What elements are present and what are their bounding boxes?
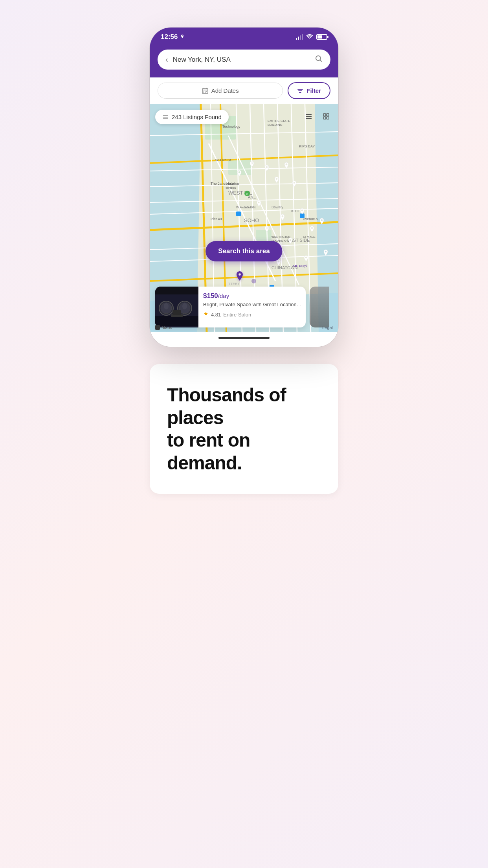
svg-rect-77 [327,114,329,116]
add-dates-label: Add Dates [211,87,239,94]
battery-icon [316,34,327,40]
signal-bar-1 [296,38,297,40]
price-value: $150 [203,292,218,300]
tagline-line2: to rent on demand. [167,430,250,473]
svg-text:WASHINGTON: WASHINGTON [272,235,290,238]
maps-credit: Maps [155,325,172,330]
property-name: Bright, Private Space with Great Locatio… [203,302,301,308]
grid-view-button[interactable] [319,110,333,123]
svg-text:Pier 40: Pier 40 [211,217,222,221]
svg-text:P: P [246,193,248,195]
property-price: $150/day [203,292,301,300]
svg-rect-2 [204,91,204,92]
svg-text:Mr. Purpl: Mr. Purpl [293,264,307,268]
svg-text:Avenue A: Avenue A [303,217,318,221]
rating-value: 4.81 [211,312,221,318]
svg-rect-6 [205,92,205,93]
svg-rect-10 [256,230,272,242]
list-icon [162,114,169,120]
rating-icon [203,311,209,318]
time-display: 12:56 [161,33,178,41]
property-card-container: $150/day Bright, Private Space with Grea… [150,282,338,332]
svg-text:KIPS BAY: KIPS BAY [299,144,315,148]
svg-text:SOHO: SOHO [244,217,259,223]
search-location-text: New York, NY, USA [173,56,310,64]
svg-rect-88 [155,316,198,326]
svg-point-84 [164,303,169,309]
calendar-icon [202,88,208,94]
phone-frame: 12:56 [150,28,338,347]
signal-bars [296,34,303,40]
search-this-area-button[interactable]: Search this area [205,241,282,261]
svg-rect-78 [323,117,326,119]
svg-text:●: ● [239,274,240,276]
home-bar [218,337,270,339]
bottom-text-section: Thousands of places to rent on demand. [150,364,338,494]
search-area-bg: ‹ New York, NY, USA [150,46,338,77]
svg-rect-4 [206,91,207,92]
svg-text:EMPIRE STATE: EMPIRE STATE [268,119,290,123]
status-time: 12:56 [161,33,185,41]
svg-point-87 [182,303,187,309]
svg-rect-3 [205,91,205,92]
svg-text:SoHo: SoHo [244,205,253,209]
map-view-toggles [302,110,333,123]
tagline-line1: Thousands of places [167,384,286,428]
filter-label: Filter [306,87,321,94]
svg-text:Technology: Technology [222,125,240,129]
add-dates-button[interactable]: Add Dates [158,83,283,99]
svg-text:W 14th St: W 14th St [215,158,231,162]
search-bar[interactable]: ‹ New York, NY, USA [158,50,330,70]
filter-bar: Add Dates Filter [150,77,338,104]
property-type: Entire Salon [223,312,251,318]
svg-rect-76 [323,114,326,116]
listings-badge: 243 Listings Found [155,110,229,124]
status-bar: 12:56 [150,28,338,46]
svg-text:Little Island: Little Island [226,182,240,185]
maps-label: Maps [161,325,172,330]
map-container[interactable]: WEST VIL SOHO TRIBECA CHINATOWN EAST SID… [150,104,338,332]
status-icons [296,33,327,40]
filter-icon [297,88,303,94]
filter-button[interactable]: Filter [288,82,330,99]
svg-rect-91 [155,325,160,330]
signal-bar-3 [300,35,301,40]
search-icon-button[interactable] [315,55,323,64]
svg-text:ST V  AGE: ST V AGE [303,235,316,238]
tagline-text: Thousands of places to rent on demand. [167,384,321,474]
svg-text:BUILDING: BUILDING [268,123,283,127]
home-indicator [150,332,338,347]
signal-bar-4 [302,34,303,40]
property-info: $150/day Bright, Private Space with Grea… [198,287,306,327]
location-icon [180,35,185,39]
battery-fill [317,35,322,39]
svg-rect-5 [204,92,204,93]
back-button[interactable]: ‹ [165,55,168,64]
svg-rect-90 [172,310,181,315]
svg-text:Bowery: Bowery [272,205,284,209]
property-card[interactable]: $150/day Bright, Private Space with Grea… [155,287,306,327]
svg-rect-79 [327,117,329,119]
price-period: /day [218,292,229,299]
svg-rect-66 [236,211,241,216]
listings-count: 243 Listings Found [172,114,222,120]
legal-link[interactable]: Legal [322,325,333,330]
signal-bar-2 [298,37,299,40]
next-card-hint [310,287,329,327]
svg-text:@Pier55: @Pier55 [226,186,236,189]
property-image [155,287,198,327]
wifi-icon [306,33,313,40]
svg-text:An...: An... [248,195,256,199]
list-view-button[interactable] [302,110,316,123]
svg-text:KITH: KITH [291,209,299,213]
property-meta: 4.81 Entire Salon [203,311,301,318]
